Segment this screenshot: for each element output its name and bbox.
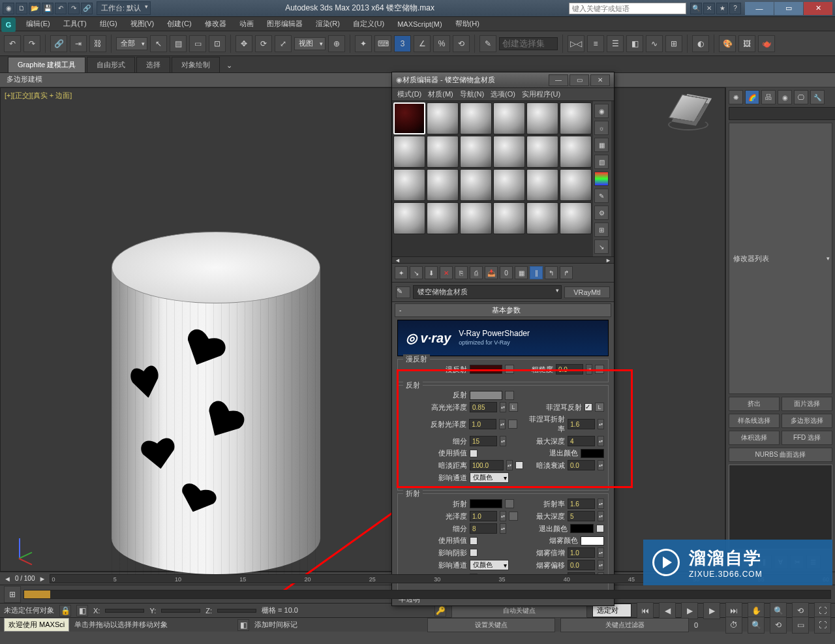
video-color-icon[interactable]	[594, 172, 609, 186]
material-slot[interactable]	[526, 202, 558, 234]
rect-select-button[interactable]: ▭	[189, 35, 206, 52]
go-forward-icon[interactable]: ↱	[560, 266, 573, 279]
roughness-spin-buttons[interactable]: ▴▾	[586, 364, 592, 375]
selection-filter[interactable]: 全部	[116, 37, 147, 50]
trackbar-range[interactable]	[24, 590, 50, 598]
open-icon[interactable]: 📂	[29, 3, 40, 14]
key-mode-icon[interactable]: 🔑	[434, 605, 446, 617]
material-slot[interactable]	[560, 169, 592, 201]
sample-type-icon[interactable]: ◉	[594, 104, 609, 118]
modifier-list-dropdown[interactable]: 修改器列表	[729, 123, 832, 394]
affect-channels-dropdown[interactable]: 仅颜色	[470, 472, 509, 483]
ribbon-tab-graphite[interactable]: Graphite 建模工具	[8, 57, 85, 72]
viewport-perspective[interactable]: [+][正交][真实 + 边面]	[0, 87, 725, 572]
tab-modify-icon[interactable]: 🌈	[745, 90, 759, 104]
maximize-button[interactable]: ▭	[774, 2, 803, 15]
viewport-label[interactable]: [+][正交][真实 + 边面]	[5, 91, 72, 100]
trackbar-toggle-icon[interactable]: ⊞	[4, 586, 21, 603]
material-slot[interactable]	[393, 136, 425, 168]
prev-frame-icon[interactable]: ◀	[659, 602, 676, 619]
ref-coord-system[interactable]: 视图	[294, 37, 326, 50]
background-icon[interactable]: ▦	[594, 138, 609, 152]
material-name-dropdown[interactable]: 镂空储物盒材质	[413, 285, 562, 299]
material-slot[interactable]	[393, 169, 425, 201]
pivot-button[interactable]: ⊕	[328, 35, 345, 52]
menu-rendering[interactable]: 渲染(R)	[312, 18, 344, 30]
roughness-map-button[interactable]	[595, 365, 604, 374]
fog-mult-spin-buttons[interactable]: ▴▾	[598, 547, 604, 558]
ribbon-expand-icon[interactable]: ⌄	[221, 59, 237, 72]
material-slot[interactable]	[526, 169, 558, 201]
time-config-icon[interactable]: ⏱	[725, 617, 742, 634]
nav-fov-icon[interactable]: ⟲	[770, 617, 787, 634]
assign-to-sel-icon[interactable]: ⬇	[425, 266, 438, 279]
move-button[interactable]: ✥	[235, 35, 252, 52]
fresnel-ior-spin-buttons[interactable]: ▴▾	[598, 419, 604, 429]
script-listener-icon[interactable]: ◧	[237, 619, 249, 631]
layers-button[interactable]: ☰	[607, 35, 624, 52]
select-name-button[interactable]: ▤	[170, 35, 187, 52]
refr-maxdepth-spin-buttons[interactable]: ▴▾	[598, 511, 604, 521]
dim-dist-spinner[interactable]: 100.0	[470, 460, 504, 470]
fog-color-swatch[interactable]	[581, 536, 604, 545]
ior-spinner[interactable]: 1.6	[568, 498, 595, 509]
fresnel-ior-spinner[interactable]: 1.6	[568, 419, 595, 429]
close-button[interactable]: ✕	[804, 2, 832, 15]
app-menu-icon[interactable]: ◉	[3, 3, 14, 14]
schematic-button[interactable]: ⊞	[665, 35, 682, 52]
material-slot[interactable]	[427, 202, 459, 234]
material-editor-titlebar[interactable]: ◉ 材质编辑器 - 镂空储物盒材质 — ▭ ✕	[392, 72, 614, 88]
timeline-prev-icon[interactable]: ◄	[4, 575, 11, 583]
rendered-frame-button[interactable]: 🖼	[738, 35, 755, 52]
make-copy-icon[interactable]: ⎘	[455, 266, 468, 279]
put-to-lib-icon[interactable]: 📥	[485, 266, 498, 279]
redo-button[interactable]: ↷	[23, 35, 40, 52]
refl-gloss-map-button[interactable]	[508, 420, 517, 429]
refr-subdiv-spin-buttons[interactable]: ▴▾	[500, 523, 506, 534]
fog-bias-spin-buttons[interactable]: ▴▾	[598, 560, 604, 570]
play-icon[interactable]: ▶	[681, 602, 698, 619]
ribbon-tab-freeform[interactable]: 自由形式	[87, 57, 135, 72]
ribbon-tab-paint[interactable]: 对象绘制	[172, 57, 220, 72]
ribbon-tab-selection[interactable]: 选择	[136, 57, 170, 72]
coord-y-field[interactable]	[161, 609, 200, 613]
diffuse-map-button[interactable]	[505, 365, 514, 374]
material-slot[interactable]	[460, 202, 492, 234]
material-slot[interactable]	[460, 169, 492, 201]
use-interp-checkbox[interactable]	[470, 450, 478, 457]
coord-z-field[interactable]	[217, 609, 256, 613]
affect-shadows-checkbox[interactable]	[470, 549, 478, 557]
refr-exit-color-checkbox[interactable]	[596, 525, 604, 532]
me-menu-modes[interactable]: 模式(D)	[397, 89, 421, 99]
tab-hierarchy-icon[interactable]: 品	[761, 90, 776, 104]
tab-utilities-icon[interactable]: 🔧	[810, 90, 825, 104]
object-name-field[interactable]	[729, 107, 835, 120]
show-end-result-icon[interactable]: ‖	[530, 266, 543, 279]
render-setup-button[interactable]: 🎨	[719, 35, 736, 52]
spinner-snap-button[interactable]: ⟲	[453, 35, 470, 52]
menu-tools[interactable]: 工具(T)	[59, 18, 91, 30]
window-crossing-button[interactable]: ⊡	[209, 35, 226, 52]
material-slot[interactable]	[560, 136, 592, 168]
make-preview-icon[interactable]: ✎	[594, 189, 609, 203]
angle-snap-button[interactable]: ∠	[414, 35, 431, 52]
menu-help[interactable]: 帮助(H)	[451, 18, 483, 30]
refl-gloss-spin-buttons[interactable]: ▴▾	[499, 419, 506, 429]
backlight-icon[interactable]: ☼	[594, 121, 609, 135]
help-icon[interactable]: 🔍	[690, 3, 702, 14]
keyfilter-button[interactable]: 关键点过滤器	[560, 618, 689, 632]
help2-icon[interactable]: ?	[729, 3, 741, 14]
sample-scrollbar[interactable]: ◄►	[392, 257, 614, 264]
material-slot[interactable]	[427, 169, 459, 201]
hilight-gloss-spinner[interactable]: 0.85	[470, 402, 497, 412]
named-selection-set[interactable]	[499, 37, 558, 50]
nav-region-icon[interactable]: ▭	[792, 617, 809, 634]
lock-selection-icon[interactable]: 🔒	[59, 605, 71, 617]
material-slot[interactable]	[427, 102, 459, 134]
refl-maxdepth-spin-buttons[interactable]: ▴▾	[598, 436, 604, 446]
refr-maxdepth-spinner[interactable]: 5	[568, 511, 595, 521]
link-button[interactable]: 🔗	[50, 35, 67, 52]
diffuse-color-swatch[interactable]	[470, 365, 502, 374]
dim-dist-checkbox[interactable]	[515, 461, 523, 469]
make-unique-icon[interactable]: ⎙	[470, 266, 483, 279]
